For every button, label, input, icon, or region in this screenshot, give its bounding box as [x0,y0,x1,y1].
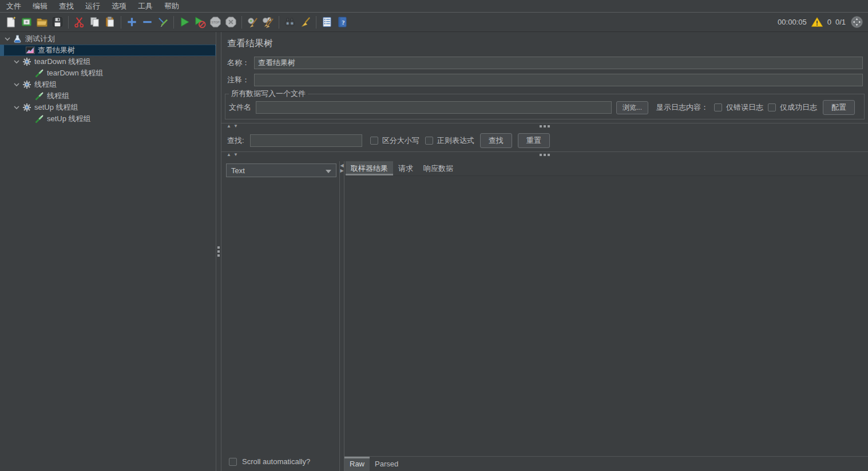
case-sensitive-label: 区分大小写 [382,135,419,146]
splitter-handle[interactable] [540,125,550,127]
tree-node-teardown-thread-group[interactable]: tearDown 线程组 [0,56,216,67]
chevron-down-icon[interactable] [13,59,21,64]
chevron-down-icon[interactable] [3,37,11,41]
open-folder-icon[interactable] [34,14,50,30]
tree-main-splitter[interactable] [216,32,221,471]
result-content[interactable] [344,176,868,456]
collapse-right-icon[interactable]: ▶ [340,169,343,173]
lower-splitter[interactable]: ▲ ▼ [221,151,868,158]
toggle-icon[interactable] [155,14,171,30]
tab-request[interactable]: 请求 [393,161,418,175]
tree-node-teardown-sampler[interactable]: tearDown 线程组 [0,67,216,79]
regex-label: 正则表达式 [437,135,474,146]
remove-icon[interactable] [140,14,155,30]
splitter-handle[interactable] [540,154,550,156]
checkbox-icon [768,103,776,111]
shutdown-icon[interactable] [223,14,239,30]
scroll-automatically-checkbox[interactable]: Scroll automatically? [229,457,339,466]
tab-response-data[interactable]: 响应数据 [418,161,458,175]
collapse-left-icon[interactable]: ◀ [340,163,343,168]
tab-raw[interactable]: Raw [344,457,370,471]
collapse-down-icon[interactable]: ▼ [233,153,238,157]
errors-only-checkbox[interactable]: 仅错误日志 [714,102,763,113]
paste-icon[interactable] [102,14,118,30]
tree-node-setup-thread-group[interactable]: setUp 线程组 [0,102,216,113]
chevron-down-icon[interactable] [13,82,21,87]
viewer-splitter[interactable]: ◀ ▶ [339,161,344,471]
tree-node-label: 测试计划 [25,34,55,44]
menu-edit[interactable]: 编辑 [29,0,51,13]
comment-input[interactable] [254,74,863,86]
search-input[interactable] [250,134,362,147]
thread-group-icon [22,103,31,112]
chevron-down-icon[interactable] [13,105,21,110]
filename-input[interactable] [256,101,612,114]
sampler-icon [34,114,44,123]
menu-help[interactable]: 帮助 [160,0,183,13]
name-row: 名称： [227,57,863,69]
copy-icon[interactable] [87,14,102,30]
tree-node-sampler[interactable]: 线程组 [0,90,216,102]
name-input[interactable] [254,57,863,69]
menu-tools[interactable]: 工具 [134,0,157,13]
checkbox-icon [425,137,433,145]
menu-run[interactable]: 运行 [81,0,104,13]
start-no-timers-icon[interactable] [192,14,208,30]
upper-splitter[interactable]: ▲ ▼ [221,123,868,129]
menu-search[interactable]: 查找 [55,0,78,13]
tree-node-thread-group[interactable]: 线程组 [0,79,216,90]
tree-node-label: 查看结果树 [38,45,75,55]
toolbar-separator [121,16,121,29]
menu-options[interactable]: 选项 [108,0,130,13]
threads-indicator-icon [850,15,863,29]
start-icon[interactable] [177,14,192,30]
reset-button[interactable]: 重置 [518,133,550,148]
content-area: 测试计划 查看结果树 tearDown 线程组 tearDown 线程组 线程组 [0,32,868,471]
browse-button[interactable]: 浏览... [616,101,648,114]
tree-node-view-results-tree[interactable]: 查看结果树 [0,45,216,56]
regex-checkbox[interactable]: 正则表达式 [425,135,474,146]
new-file-icon[interactable] [3,14,19,30]
tree-node-setup-sampler[interactable]: setUp 线程组 [0,113,216,125]
function-helper-icon[interactable] [319,14,335,30]
clear-search-icon[interactable] [298,14,313,30]
find-button[interactable]: 查找 [480,133,512,148]
tree-node-label: setUp 线程组 [34,102,78,113]
renderer-select[interactable]: Text [226,163,336,177]
collapse-up-icon[interactable]: ▲ [227,153,231,157]
page-title: 查看结果树 [227,38,868,50]
add-icon[interactable] [124,14,140,30]
menu-file[interactable]: 文件 [2,0,25,13]
search-row: 查找: 区分大小写 正则表达式 查找 重置 [227,133,863,148]
clear-all-icon[interactable] [260,14,276,30]
log-display-label: 显示日志内容： [656,102,708,113]
cut-icon[interactable] [72,14,87,30]
success-only-label: 仅成功日志 [780,102,817,113]
success-only-checkbox[interactable]: 仅成功日志 [768,102,817,113]
renderer-panel: Text Scroll automatically? [221,161,339,471]
checkbox-icon [229,458,237,466]
case-sensitive-checkbox[interactable]: 区分大小写 [370,135,419,146]
thread-group-icon [22,57,31,66]
toolbar-status: 00:00:05 0 0/1 [778,15,863,29]
tree-node-test-plan[interactable]: 测试计划 [0,33,216,45]
tab-sampler-result[interactable]: 取样器结果 [346,161,393,175]
elapsed-time: 00:00:05 [778,18,807,26]
clear-icon[interactable] [245,14,260,30]
configure-button[interactable]: 配置 [823,100,855,115]
comment-label: 注释： [227,75,249,85]
save-icon[interactable] [50,14,65,30]
toolbar-separator [68,16,69,29]
templates-icon[interactable] [19,14,34,30]
collapse-up-icon[interactable]: ▲ [227,124,231,129]
warning-indicator-icon[interactable] [811,16,823,29]
collapse-down-icon[interactable]: ▼ [233,124,238,129]
tab-parsed[interactable]: Parsed [370,457,403,471]
stop-icon[interactable]: STOP [208,14,223,30]
search-label: 查找: [227,135,244,146]
help-icon[interactable]: ? [335,14,350,30]
menu-bar: 文件 编辑 查找 运行 选项 工具 帮助 [0,0,868,13]
search-icon[interactable] [282,14,298,30]
toolbar-separator [173,16,174,29]
thread-group-icon [22,80,31,89]
